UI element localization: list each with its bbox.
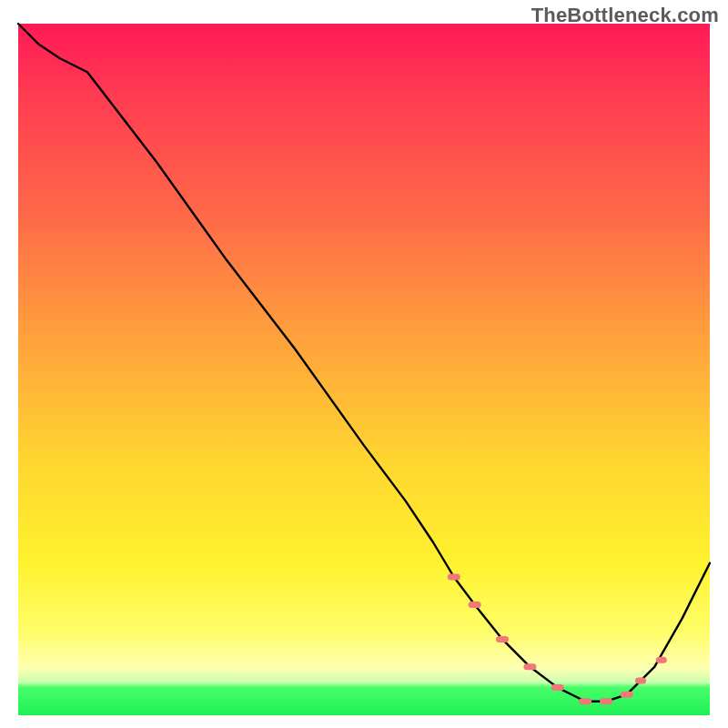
valley-marker	[656, 657, 667, 663]
valley-marker	[469, 602, 481, 608]
curve-line	[18, 24, 710, 702]
valley-markers	[448, 574, 667, 705]
valley-marker	[551, 684, 564, 691]
curve-plot	[18, 24, 710, 715]
valley-marker	[621, 692, 633, 698]
valley-marker	[448, 574, 460, 581]
valley-marker	[635, 678, 646, 684]
valley-marker	[496, 636, 509, 642]
plot-area	[18, 24, 710, 715]
curve-line-group	[18, 24, 710, 702]
valley-marker	[600, 698, 612, 704]
valley-marker	[523, 663, 536, 670]
chart-frame: TheBottleneck.com	[0, 0, 728, 728]
valley-marker	[579, 698, 592, 704]
